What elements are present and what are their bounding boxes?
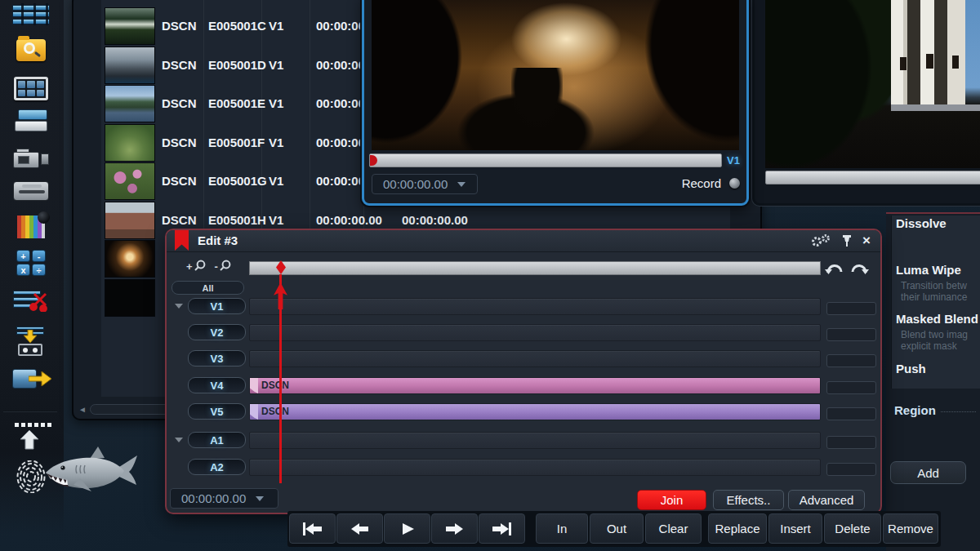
record-label: Record: [682, 176, 721, 190]
settings-gears-icon[interactable]: [810, 234, 831, 247]
source-scrub-bar[interactable]: [765, 171, 980, 184]
go-to-end-button[interactable]: [479, 513, 525, 544]
in-button[interactable]: In: [536, 513, 588, 544]
delete-button[interactable]: Delete: [824, 513, 881, 544]
scroll-left-icon[interactable]: ◄: [78, 405, 87, 414]
clip-thumbnail[interactable]: [105, 162, 155, 200]
timeline-zoom-controls: + -: [186, 260, 232, 273]
track-end-box[interactable]: [826, 302, 876, 315]
record-control: Record: [682, 176, 740, 190]
close-icon[interactable]: ×: [862, 234, 871, 247]
clip-thumbnail[interactable]: [105, 240, 155, 278]
source-video-frame[interactable]: [765, 0, 980, 168]
redo-icon[interactable]: [850, 260, 869, 274]
color-bars-icon-art: [17, 216, 45, 238]
track-group-collapse-icon[interactable]: [175, 438, 183, 442]
tile-view-icon[interactable]: [11, 77, 51, 100]
file-cell-name: DSCN: [162, 96, 197, 110]
clip-thumbnail[interactable]: [105, 85, 155, 122]
out-button[interactable]: Out: [590, 513, 644, 544]
edit-window-titlebar[interactable]: Edit #3 ×: [167, 230, 880, 252]
calculator-icon[interactable]: +-x÷: [11, 250, 51, 276]
clip-thumbnail[interactable]: [105, 279, 155, 317]
import-capture-icon[interactable]: [11, 327, 51, 356]
timecode-dropdown-icon[interactable]: [457, 182, 466, 187]
clip-thumbnail[interactable]: [105, 124, 155, 162]
magnifier-icon: [194, 260, 207, 273]
track-label-v1[interactable]: V1: [188, 298, 246, 314]
calc-glyph: x: [16, 264, 30, 276]
region-section-header: Region: [894, 403, 976, 417]
disk-recorder-icon[interactable]: [11, 181, 51, 201]
track-end-box[interactable]: [826, 436, 876, 449]
up-arrow-glyph: [20, 430, 39, 450]
timeline-icon[interactable]: [11, 3, 51, 25]
library-icon[interactable]: [11, 109, 51, 131]
insert-button[interactable]: Insert: [768, 513, 822, 544]
track-label-v4[interactable]: V4: [188, 377, 246, 393]
track-lane-v4[interactable]: DSCN: [249, 377, 821, 394]
export-icon[interactable]: [11, 367, 51, 392]
track-end-box[interactable]: [826, 463, 876, 476]
transition-item-luma-wipe[interactable]: Luma Wipe: [896, 263, 961, 277]
step-back-button[interactable]: [336, 513, 383, 544]
add-button[interactable]: Add: [890, 461, 966, 484]
record-scrub-bar[interactable]: [369, 153, 722, 167]
record-timecode-box[interactable]: 00:00:00.00: [372, 174, 478, 194]
remove-button[interactable]: Remove: [883, 513, 938, 544]
capture-device-icon[interactable]: [11, 149, 51, 170]
clip-thumbnail[interactable]: [105, 47, 155, 84]
track-lane-a2[interactable]: [249, 459, 821, 476]
all-tracks-button[interactable]: All: [172, 281, 244, 295]
track-label-v5[interactable]: V5: [188, 403, 246, 420]
track-end-box[interactable]: [826, 328, 876, 341]
transition-item-push[interactable]: Push: [896, 362, 926, 375]
edit-timecode-box[interactable]: 00:00:00.00: [170, 488, 278, 509]
timecode-dropdown-icon[interactable]: [256, 496, 264, 501]
track-label-a1[interactable]: A1: [188, 432, 246, 448]
track-group-collapse-icon[interactable]: [175, 304, 183, 309]
zoom-out-button[interactable]: -: [215, 260, 232, 273]
replace-button[interactable]: Replace: [708, 513, 767, 544]
step-back-icon: [346, 519, 373, 539]
go-to-start-button[interactable]: [289, 513, 336, 544]
cut-scissors-icon[interactable]: [11, 289, 51, 317]
clip-thumbnail[interactable]: [105, 202, 155, 239]
track-label-a2[interactable]: A2: [188, 459, 246, 475]
track-lane-a1[interactable]: [249, 432, 821, 449]
transition-item-masked-blend[interactable]: Masked Blend: [896, 312, 978, 326]
undo-icon[interactable]: [825, 260, 844, 274]
track-label-v3[interactable]: V3: [188, 350, 246, 367]
file-cell-track: V1: [269, 19, 283, 33]
timeline-overview-scrub-bar[interactable]: [249, 261, 821, 275]
advanced-button[interactable]: Advanced: [788, 490, 865, 510]
search-folder-icon[interactable]: [11, 39, 51, 61]
effects-button[interactable]: Effects..: [713, 490, 784, 510]
zoom-in-button[interactable]: +: [186, 260, 207, 273]
track-lane-v3[interactable]: [249, 350, 821, 367]
file-cell-id: E005001H: [208, 213, 266, 227]
record-button[interactable]: [729, 178, 740, 189]
pin-icon[interactable]: [841, 234, 853, 247]
track-lane-v2[interactable]: [249, 324, 821, 341]
clip-thumbnail[interactable]: [105, 7, 155, 45]
clear-button[interactable]: Clear: [645, 513, 702, 544]
step-forward-button[interactable]: [431, 513, 478, 544]
track-lane-v5[interactable]: DSCN: [249, 403, 821, 420]
timeline-clip[interactable]: DSCN: [250, 404, 820, 420]
transition-item-dissolve[interactable]: Dissolve: [896, 216, 947, 230]
track-end-box[interactable]: [826, 354, 876, 367]
timeline-clip[interactable]: DSCN: [250, 378, 820, 393]
track-label-v2[interactable]: V2: [188, 324, 246, 340]
track-lane-v1[interactable]: [249, 298, 821, 315]
track-end-box[interactable]: [826, 407, 876, 420]
magnifier-icon: [219, 260, 232, 273]
track-end-box[interactable]: [826, 381, 876, 394]
color-bars-icon[interactable]: [11, 216, 51, 238]
record-video-frame[interactable]: [372, 0, 739, 150]
file-cell-id: E005001G: [208, 174, 267, 188]
play-button[interactable]: [384, 513, 430, 544]
scrub-position-marker[interactable]: [370, 155, 377, 166]
join-button[interactable]: Join: [637, 490, 706, 510]
edit-window: Edit #3 × +: [165, 229, 882, 514]
